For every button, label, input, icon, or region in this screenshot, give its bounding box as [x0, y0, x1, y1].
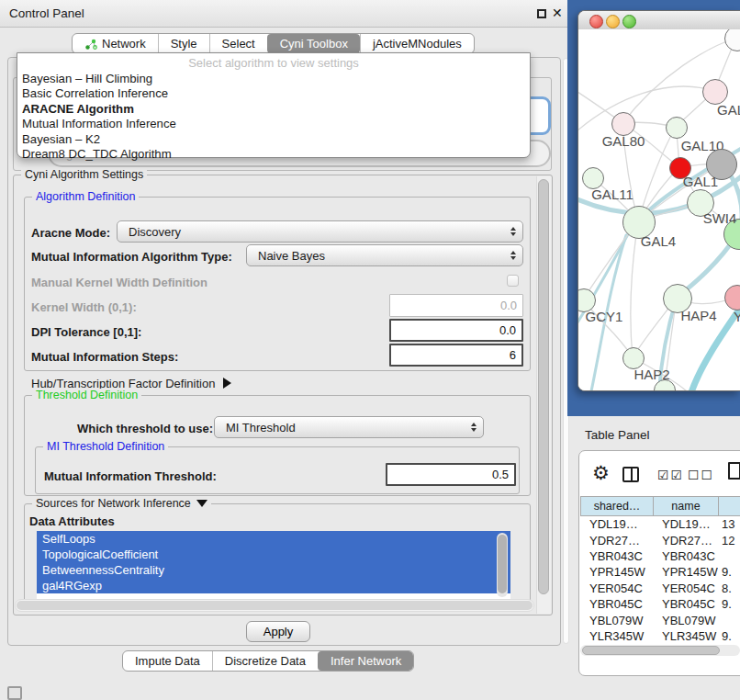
gear-icon[interactable]: ⚙ — [592, 462, 610, 484]
network-node-gal[interactable] — [702, 79, 728, 105]
stepper-arrows-icon — [510, 251, 516, 260]
dropdown-options: Bayesian – Hill ClimbingBasic Correlatio… — [17, 72, 530, 162]
dpi-tolerance-field[interactable] — [389, 319, 523, 342]
table-cell: YBR045C — [653, 597, 718, 611]
kernel-width-field[interactable] — [389, 294, 523, 317]
document-icon[interactable] — [728, 462, 740, 480]
tab-jactivemnodules[interactable]: jActiveMNodules — [360, 34, 474, 53]
close-window-button[interactable] — [589, 15, 603, 28]
column-header-name[interactable]: name — [654, 497, 719, 515]
table-cell: YDR27… — [653, 534, 718, 548]
mi-algorithm-type-combobox[interactable]: Naive Bayes — [246, 244, 523, 266]
network-window-titlebar[interactable] — [578, 11, 740, 30]
minimize-window-button[interactable] — [606, 15, 620, 28]
bottom-tab-discretize-data[interactable]: Discretize Data — [212, 651, 318, 671]
control-panel-titlebar — [0, 0, 569, 28]
table-cell: YLR345W — [653, 629, 718, 643]
threshold-definition-title: Threshold Definition — [32, 389, 141, 401]
manual-kernel-width-label: Manual Kernel Width Definition — [31, 276, 207, 289]
float-window-icon[interactable] — [537, 9, 546, 18]
settings-vertical-scrollbar-thumb[interactable] — [538, 179, 549, 594]
which-threshold-combobox[interactable]: MI Threshold — [214, 416, 484, 438]
table-horizontal-scrollbar[interactable] — [580, 645, 740, 656]
stepper-arrows-icon — [510, 227, 516, 236]
attribute-gal4rgexp[interactable]: gal4RGexp — [37, 578, 510, 593]
apply-button[interactable]: Apply — [246, 621, 310, 642]
mi-algorithm-type-label: Mutual Information Algorithm Type: — [31, 250, 232, 264]
settings-horizontal-scrollbar[interactable] — [15, 599, 534, 612]
algorithm-option-bayesian-hill-climbing[interactable]: Bayesian – Hill Climbing — [17, 72, 530, 86]
bottom-tab-infer-network[interactable]: Infer Network — [318, 651, 413, 671]
expand-right-icon — [223, 378, 231, 389]
table-body[interactable]: YDL19…YDL19…13YDR27…YDR27…12YBR043CYBR04… — [580, 516, 740, 644]
mi-threshold-label: Mutual Information Threshold: — [44, 469, 217, 483]
manual-kernel-width-checkbox[interactable] — [507, 275, 519, 287]
algorithm-definition-title: Algorithm Definition — [32, 190, 139, 203]
data-attributes-list[interactable]: SelfLoopsTopologicalCoefficientBetweenne… — [37, 531, 510, 599]
dock-panel-icon[interactable] — [7, 686, 22, 700]
network-canvas[interactable]: GALGAL80GAL10GAL1GAL11GAL4SWI4GCY1HAP4YH… — [578, 29, 740, 391]
stepper-arrows-icon — [471, 423, 477, 432]
aracne-mode-combobox[interactable]: Discovery — [117, 220, 523, 243]
network-window: GALGAL80GAL10GAL1GAL11GAL4SWI4GCY1HAP4YH… — [577, 10, 740, 391]
table-header[interactable]: shared…name — [580, 496, 740, 516]
table-row[interactable]: YBR043CYBR043C — [580, 548, 740, 564]
tab-cyni-toolbox[interactable]: Cyni Toolbox — [267, 34, 360, 53]
node-label-gal: GAL — [717, 102, 740, 118]
table-cell: YBR043C — [653, 549, 718, 563]
table-cell: 12 — [718, 534, 740, 548]
table-row[interactable]: YDL19…YDL19…13 — [580, 516, 740, 532]
table-row[interactable]: YDR27…YDR27…12 — [580, 532, 740, 548]
table-cell: 9. — [718, 565, 740, 579]
column-header-extra[interactable] — [719, 497, 740, 515]
mi-threshold-field[interactable] — [386, 463, 516, 486]
bottom-tab-impute-data-label: Impute Data — [135, 654, 200, 668]
algorithm-option-dream8-dc-tdc-algorithm[interactable]: Dream8 DC_TDC Algorithm — [17, 147, 530, 162]
table-row[interactable]: YER054CYER054C8. — [580, 581, 740, 596]
attributes-list-scrollbar[interactable] — [497, 533, 508, 597]
close-panel-icon[interactable]: ✕ — [552, 6, 563, 20]
tab-network-label: Network — [102, 37, 146, 51]
node-label-y: Y — [734, 309, 740, 324]
cyni-bottom-tabbar: Impute DataDiscretize DataInfer Network — [122, 650, 414, 672]
sources-title[interactable]: Sources for Network Inference — [32, 497, 211, 510]
table-row[interactable]: YBL079WYBL079W — [580, 612, 740, 627]
table-row[interactable]: YBR045CYBR045C9. — [580, 596, 740, 612]
column-header-shared[interactable]: shared… — [581, 497, 654, 515]
control-panel-title: Control Panel — [9, 6, 84, 20]
table-cell: YPR145W — [653, 565, 718, 579]
table-row[interactable]: YPR145WYPR145W9. — [580, 564, 740, 580]
tab-style[interactable]: Style — [158, 34, 209, 53]
mi-steps-field[interactable] — [389, 344, 523, 367]
attribute-betweennesscentrality[interactable]: BetweennessCentrality — [37, 562, 510, 578]
algorithm-option-bayesian-k2[interactable]: Bayesian – K2 — [17, 132, 530, 147]
dpi-tolerance-label: DPI Tolerance [0,1]: — [31, 325, 141, 339]
tab-network[interactable]: Network — [73, 34, 158, 53]
node-label-gal80: GAL80 — [602, 133, 645, 149]
tab-select[interactable]: Select — [209, 34, 267, 53]
bottom-tab-infer-network-label: Infer Network — [331, 654, 401, 668]
tab-style-label: Style — [171, 37, 197, 51]
columns-icon[interactable] — [622, 467, 639, 482]
tab-cyni-toolbox-label: Cyni Toolbox — [280, 37, 348, 51]
mi-threshold-group-title: MI Threshold Definition — [43, 440, 168, 453]
algorithm-option-mutual-information-inference[interactable]: Mutual Information Inference — [17, 117, 530, 131]
collapse-down-icon — [196, 500, 207, 507]
table-cell: 9. — [718, 597, 740, 611]
algorithm-option-basic-correlation-inference[interactable]: Basic Correlation Inference — [17, 86, 530, 101]
bottom-tab-impute-data[interactable]: Impute Data — [123, 651, 212, 671]
attribute-topologicalcoefficient[interactable]: TopologicalCoefficient — [37, 547, 510, 562]
table-cell: 8. — [718, 581, 740, 595]
data-attributes-label: Data Attributes — [29, 514, 115, 528]
zoom-window-button[interactable] — [622, 15, 636, 28]
node-label-gal4: GAL4 — [641, 233, 676, 249]
algorithm-option-aracne-algorithm[interactable]: ARACNE Algorithm — [17, 102, 530, 117]
table-cell: 13 — [718, 517, 740, 531]
table-row[interactable]: YLR345WYLR345W9. — [580, 628, 740, 644]
deselect-all-checkboxes-icon[interactable]: ☐☐ — [688, 468, 714, 482]
network-node-gal10[interactable] — [666, 117, 688, 139]
select-all-checkboxes-icon[interactable]: ☑☑ — [657, 468, 684, 482]
table-panel-title: Table Panel — [585, 428, 650, 442]
table-cell: YDL19… — [580, 517, 653, 531]
attribute-selfloops[interactable]: SelfLoops — [37, 531, 510, 547]
